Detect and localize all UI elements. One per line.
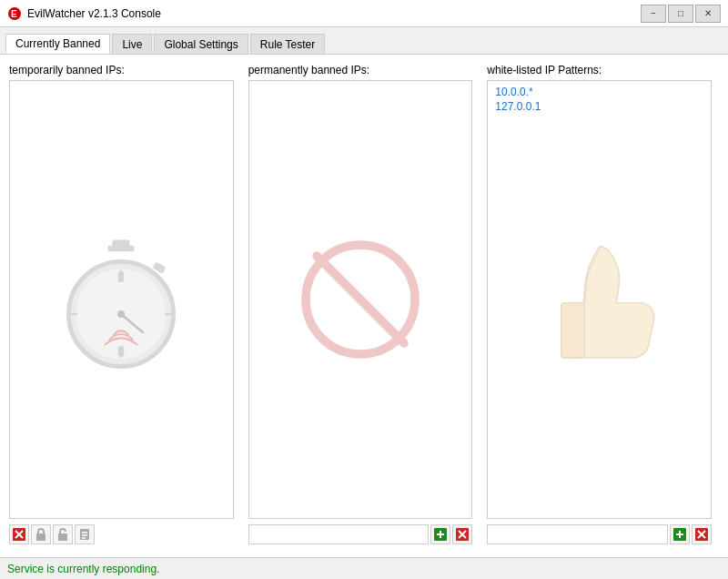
perm-banned-label: permanently banned IPs: — [248, 64, 473, 76]
file-icon — [78, 528, 91, 541]
lock-open-button[interactable] — [53, 524, 73, 544]
temp-banned-label: temporarily banned IPs: — [9, 64, 234, 76]
svg-rect-22 — [58, 533, 67, 541]
title-bar-controls: − □ ✕ — [641, 5, 721, 23]
whitelist-label: white-listed IP Patterns: — [487, 64, 712, 76]
main-content: temporarily banned IPs: — [0, 55, 728, 557]
delete-icon — [13, 528, 25, 541]
add-icon — [673, 528, 686, 541]
title-bar: E EvilWatcher v2.1.3 Console − □ ✕ — [0, 0, 728, 27]
remove-icon — [456, 528, 469, 541]
svg-text:E: E — [11, 9, 17, 19]
list-item[interactable]: 10.0.0.* — [491, 85, 707, 99]
svg-rect-11 — [118, 272, 124, 282]
app-title: EvilWatcher v2.1.3 Console — [27, 7, 161, 20]
panels-container: temporarily banned IPs: — [9, 64, 719, 519]
stopwatch-illustration — [48, 227, 194, 372]
perm-banned-controls — [241, 524, 480, 544]
tab-currently-banned[interactable]: Currently Banned — [5, 34, 110, 54]
perm-banned-add-button[interactable] — [430, 524, 450, 544]
add-icon — [434, 528, 447, 541]
temp-banned-controls — [9, 524, 241, 544]
remove-icon — [695, 528, 708, 541]
tab-rule-tester[interactable]: Rule Tester — [250, 34, 325, 54]
svg-rect-12 — [118, 346, 124, 356]
whitelist-remove-button[interactable] — [692, 524, 712, 544]
tab-bar: Currently Banned Live Global Settings Ru… — [0, 27, 728, 55]
minimize-button[interactable]: − — [641, 5, 666, 23]
list-item[interactable]: 127.0.0.1 — [491, 99, 707, 114]
close-button[interactable]: ✕ — [695, 5, 721, 23]
whitelist-list[interactable]: 10.0.0.* 127.0.0.1 — [487, 80, 712, 519]
status-text: Service is currently responding. — [7, 563, 159, 575]
whitelist-input[interactable] — [487, 524, 668, 544]
perm-banned-list[interactable] — [248, 80, 473, 519]
svg-rect-4 — [108, 246, 135, 251]
perm-banned-input[interactable] — [248, 524, 430, 544]
svg-rect-17 — [561, 303, 583, 358]
svg-point-14 — [117, 310, 125, 318]
temp-banned-panel: temporarily banned IPs: — [9, 64, 241, 519]
svg-rect-21 — [36, 533, 46, 541]
perm-banned-remove-button[interactable] — [452, 524, 472, 544]
temp-banned-list[interactable] — [9, 80, 234, 519]
perm-banned-panel: permanently banned IPs: — [241, 64, 480, 519]
maximize-button[interactable]: □ — [668, 5, 693, 23]
whitelist-add-button[interactable] — [670, 524, 690, 544]
lock-closed-button[interactable] — [31, 524, 51, 544]
svg-line-16 — [317, 256, 404, 343]
nosign-illustration — [288, 227, 433, 372]
thumbsup-illustration — [527, 227, 672, 372]
whitelist-panel: white-listed IP Patterns: 10.0.0.* 127.0… — [480, 64, 719, 519]
file-button[interactable] — [75, 524, 95, 544]
whitelist-controls — [480, 524, 719, 544]
status-bar: Service is currently responding. — [0, 557, 728, 579]
app-icon: E — [7, 6, 22, 21]
controls-row — [9, 519, 719, 548]
lock-icon — [35, 528, 47, 541]
title-bar-left: E EvilWatcher v2.1.3 Console — [7, 6, 161, 21]
delete-button[interactable] — [9, 524, 29, 544]
lock-open-icon — [56, 528, 69, 541]
tab-global-settings[interactable]: Global Settings — [154, 34, 248, 54]
tab-live[interactable]: Live — [112, 34, 152, 54]
